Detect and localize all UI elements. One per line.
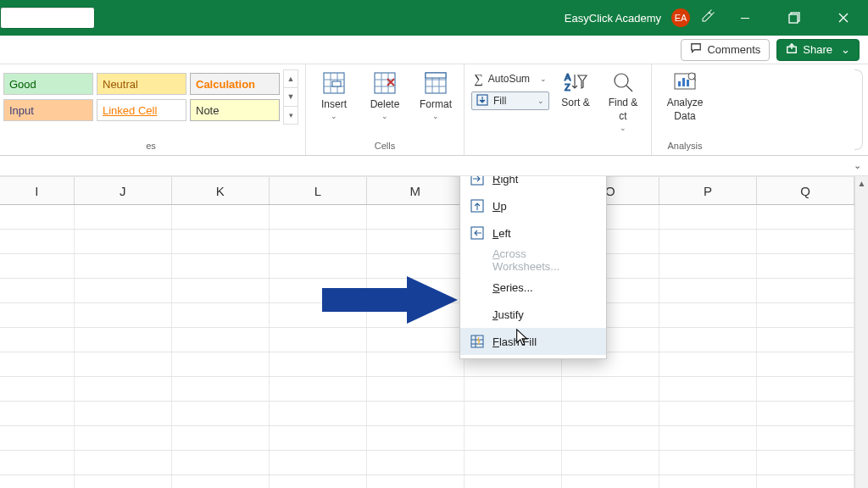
- fill-menu-item[interactable]: Right: [460, 176, 606, 192]
- chevron-down-icon: ⌄: [841, 43, 850, 56]
- chevron-down-icon: ⌄: [540, 75, 547, 83]
- style-note[interactable]: Note: [190, 99, 280, 121]
- svg-rect-27: [687, 80, 689, 86]
- svg-rect-1: [789, 14, 798, 23]
- svg-point-23: [615, 74, 628, 87]
- comments-button[interactable]: Comments: [681, 39, 770, 61]
- col-header[interactable]: J: [75, 177, 172, 204]
- sort-filter-button[interactable]: AZ Sort &: [554, 69, 597, 108]
- chevron-down-icon: ⌄: [432, 112, 439, 120]
- search-box[interactable]: [0, 7, 95, 29]
- svg-rect-19: [426, 73, 446, 78]
- find-select-button[interactable]: Find & ct ⌄: [602, 69, 644, 132]
- menu-item-label: Left: [492, 227, 511, 240]
- find-label: Find &: [609, 97, 638, 108]
- blank-icon: [470, 253, 484, 267]
- delete-label: Delete: [370, 98, 400, 110]
- fill-button[interactable]: Fill ⌄: [471, 92, 549, 110]
- group-label-editing: [471, 139, 644, 153]
- vertical-scrollbar[interactable]: ▲: [854, 176, 868, 488]
- share-bar: Comments Share ⌄: [0, 36, 868, 64]
- fill-menu-item: Across Worksheets...: [460, 247, 606, 274]
- style-good[interactable]: Good: [3, 73, 93, 95]
- analysis-group: Analyze Data Analysis: [652, 64, 718, 155]
- col-header[interactable]: K: [172, 177, 270, 204]
- format-button[interactable]: Format ⌄: [415, 69, 457, 120]
- share-icon: [786, 42, 798, 57]
- titlebar: EasyClick Academy EA ─: [0, 0, 868, 36]
- insert-button[interactable]: Insert ⌄: [313, 69, 355, 120]
- svg-marker-37: [322, 276, 458, 324]
- col-header[interactable]: M: [367, 177, 465, 204]
- col-header[interactable]: L: [270, 177, 367, 204]
- gallery-up-icon[interactable]: ▲: [284, 70, 298, 88]
- style-calculation[interactable]: Calculation: [190, 73, 280, 95]
- menu-item-label: Across Worksheets...: [492, 247, 596, 273]
- rows[interactable]: [0, 205, 854, 488]
- gallery-more-icon[interactable]: ▾: [284, 107, 298, 124]
- sigma-icon: ∑: [474, 72, 483, 86]
- sort-filter-icon: AZ: [563, 69, 588, 95]
- svg-rect-26: [682, 78, 685, 86]
- analyze-sublabel: Data: [674, 110, 695, 122]
- delete-icon: [371, 69, 398, 97]
- coming-soon-icon[interactable]: [700, 8, 715, 27]
- minimize-button[interactable]: ─: [726, 0, 765, 36]
- style-input[interactable]: Input: [3, 99, 93, 121]
- close-button[interactable]: [824, 0, 863, 36]
- format-label: Format: [420, 98, 452, 110]
- col-header[interactable]: I: [0, 177, 75, 204]
- analyze-label: Analyze: [667, 97, 704, 108]
- fill-menu-item[interactable]: Left: [460, 219, 606, 247]
- column-headers[interactable]: I J K L M O P Q: [0, 176, 854, 205]
- menu-item-label: Justify: [492, 308, 524, 321]
- styles-group: Good Neutral Calculation Input Linked Ce…: [0, 64, 306, 155]
- style-neutral[interactable]: Neutral: [97, 73, 186, 95]
- menu-item-label: Up: [492, 200, 507, 213]
- fill-menu-item[interactable]: Series...: [460, 274, 606, 301]
- fill-down-icon: [476, 94, 488, 108]
- avatar[interactable]: EA: [671, 8, 690, 27]
- worksheet-area: I J K L M O P Q DownRightUpLeftAcro: [0, 176, 868, 488]
- fill-dropdown-menu: DownRightUpLeftAcross Worksheets...Serie…: [459, 176, 607, 359]
- autosum-label: AutoSum: [488, 73, 530, 85]
- fill-menu-item[interactable]: Justify: [460, 301, 606, 328]
- col-header[interactable]: Q: [757, 177, 854, 204]
- find-icon: [610, 69, 636, 95]
- ribbon-collapse-row: ⌄: [0, 156, 868, 176]
- share-button[interactable]: Share ⌄: [776, 39, 860, 61]
- menu-item-label: Right: [492, 176, 518, 186]
- style-linked-cell[interactable]: Linked Cell: [97, 99, 186, 121]
- analyze-data-icon: [672, 69, 698, 95]
- group-label-analysis: Analysis: [659, 139, 711, 153]
- worksheet-grid[interactable]: I J K L M O P Q DownRightUpLeftAcro: [0, 176, 854, 488]
- styles-gallery-scroll[interactable]: ▲ ▼ ▾: [283, 69, 298, 125]
- delete-button[interactable]: Delete ⌄: [364, 69, 406, 120]
- svg-text:A: A: [565, 72, 571, 82]
- menu-item-label: Series...: [492, 281, 533, 294]
- insert-icon: [320, 69, 348, 97]
- flash-icon: [470, 335, 484, 348]
- user-name: EasyClick Academy: [565, 12, 661, 25]
- sort-label: Sort &: [561, 97, 589, 108]
- chevron-down-icon: ⌄: [620, 124, 626, 132]
- chevron-down-icon: ⌄: [381, 112, 388, 120]
- find-sublabel: ct: [619, 110, 626, 122]
- restore-button[interactable]: [775, 0, 814, 36]
- chevron-down-icon: ⌄: [331, 112, 337, 120]
- right-icon: [470, 176, 484, 186]
- scroll-up-icon[interactable]: ▲: [855, 176, 868, 190]
- col-header[interactable]: P: [659, 177, 757, 204]
- left-icon: [470, 226, 484, 240]
- collapse-ribbon-button[interactable]: ⌄: [854, 160, 861, 171]
- insert-label: Insert: [321, 98, 347, 110]
- editing-group: ∑ AutoSum ⌄ Fill ⌄ AZ Sort &: [465, 64, 652, 155]
- autosum-button[interactable]: ∑ AutoSum ⌄: [471, 69, 549, 88]
- svg-rect-33: [471, 336, 483, 347]
- analyze-data-button[interactable]: Analyze Data: [659, 69, 711, 122]
- fill-menu-item[interactable]: Flash Fill: [460, 328, 606, 355]
- fill-label: Fill: [493, 95, 506, 107]
- gallery-down-icon[interactable]: ▼: [284, 88, 298, 106]
- fill-menu-item[interactable]: Up: [460, 192, 606, 219]
- format-icon: [422, 69, 449, 97]
